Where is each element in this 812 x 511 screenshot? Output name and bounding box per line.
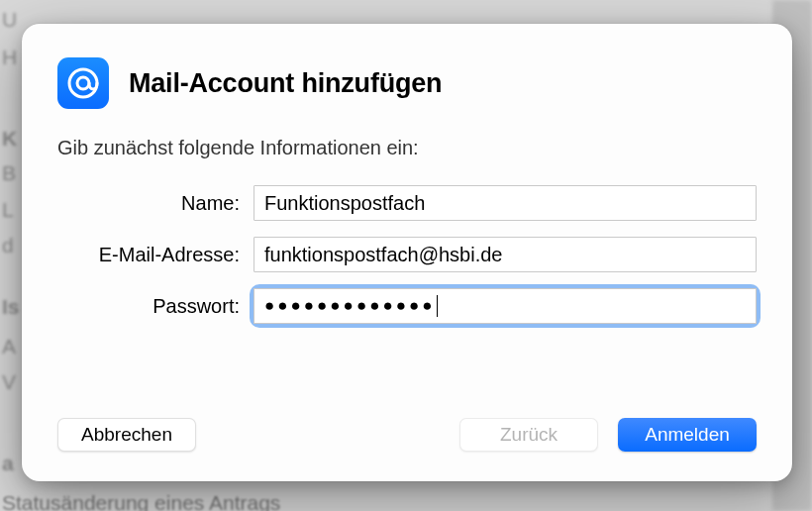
- bg-text: Is: [2, 287, 20, 327]
- form: Name: E-Mail-Adresse: Passwort: ●●●●●●●●…: [57, 185, 757, 418]
- dialog-instruction: Gib zunächst folgende Informationen ein:: [57, 137, 757, 159]
- password-row: Passwort: ●●●●●●●●●●●●●: [57, 288, 757, 324]
- bg-text: L: [2, 190, 14, 230]
- dialog-title: Mail-Account hinzufügen: [129, 68, 442, 99]
- email-row: E-Mail-Adresse:: [57, 237, 757, 272]
- bg-text: A: [2, 327, 16, 366]
- password-masked-value: ●●●●●●●●●●●●●: [264, 296, 436, 316]
- dialog-footer: Abbrechen Zurück Anmelden: [57, 418, 757, 452]
- bg-text: a: [2, 444, 14, 483]
- password-field[interactable]: ●●●●●●●●●●●●●: [254, 288, 757, 324]
- name-field[interactable]: [254, 185, 757, 221]
- name-label: Name:: [57, 192, 240, 215]
- bg-text: V: [2, 362, 16, 402]
- name-row: Name:: [57, 185, 757, 221]
- bg-text: H: [2, 38, 17, 77]
- bg-text: K: [2, 119, 17, 158]
- bg-text: Statusänderung eines Antrags: [2, 483, 280, 511]
- mail-at-icon: [57, 57, 109, 109]
- dialog-header: Mail-Account hinzufügen: [57, 57, 757, 109]
- password-field-focus-ring: ●●●●●●●●●●●●●: [254, 288, 757, 324]
- svg-point-0: [69, 69, 97, 97]
- email-label: E-Mail-Adresse:: [57, 244, 240, 266]
- add-mail-account-dialog: Mail-Account hinzufügen Gib zunächst fol…: [22, 24, 792, 481]
- text-caret: [437, 295, 439, 317]
- signin-button[interactable]: Anmelden: [618, 418, 757, 452]
- cancel-button[interactable]: Abbrechen: [57, 418, 196, 452]
- back-button: Zurück: [459, 418, 598, 452]
- bg-text: d: [2, 226, 14, 265]
- bg-text: U: [2, 0, 17, 40]
- email-field[interactable]: [254, 237, 757, 272]
- svg-point-1: [77, 77, 89, 89]
- bg-text: B: [2, 153, 16, 193]
- password-label: Passwort:: [57, 295, 240, 318]
